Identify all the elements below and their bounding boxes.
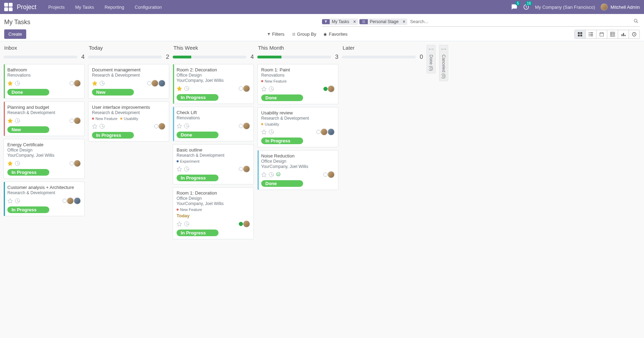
column-title[interactable]: Inbox — [3, 45, 85, 51]
view-activity[interactable] — [629, 30, 639, 38]
activity-icon[interactable] — [184, 124, 189, 128]
assignee-avatar-icon[interactable] — [243, 220, 250, 227]
search-bar[interactable]: My Tasks×Personal Stage× — [322, 17, 640, 27]
activity-icon[interactable] — [269, 86, 274, 91]
kanban-state-icon[interactable] — [316, 130, 321, 134]
activity-icon[interactable] — [15, 198, 20, 203]
column-title[interactable]: This Month — [257, 45, 338, 51]
stage-pill[interactable]: In Progress — [92, 132, 134, 139]
smile-icon[interactable] — [276, 172, 281, 178]
view-calendar[interactable] — [596, 30, 607, 38]
priority-star[interactable] — [92, 124, 98, 129]
activity-icon[interactable] — [15, 118, 20, 123]
assignee-avatar-icon[interactable] — [74, 117, 81, 124]
stage-pill[interactable]: Done — [7, 89, 49, 96]
kanban-state-icon[interactable] — [239, 86, 243, 91]
view-graph[interactable] — [618, 30, 629, 38]
priority-star[interactable] — [7, 198, 13, 204]
kanban-state-icon[interactable] — [239, 222, 243, 226]
activity-icon[interactable] — [100, 81, 105, 86]
stage-pill[interactable]: In Progress — [177, 230, 219, 236]
priority-star[interactable] — [261, 129, 267, 135]
messaging-icon[interactable]: 5 — [511, 4, 517, 10]
kanban-state-icon[interactable] — [323, 87, 328, 91]
folded-column[interactable]: ⟷Done (0) — [427, 45, 436, 73]
task-card[interactable]: Room 1: DecorationOffice DesignYourCompa… — [173, 187, 254, 239]
activity-icon[interactable] — [184, 86, 189, 91]
folded-column[interactable]: ⟷Canceled (0) — [439, 45, 448, 81]
assignee-avatar-icon[interactable] — [321, 128, 328, 135]
view-list[interactable] — [586, 30, 596, 38]
assignee-avatar-icon[interactable] — [243, 166, 250, 172]
nav-item[interactable]: Projects — [43, 2, 70, 13]
view-pivot[interactable] — [607, 30, 618, 38]
nav-item[interactable]: Configuration — [130, 2, 166, 13]
activity-icon[interactable] — [269, 129, 274, 134]
kanban-state-icon[interactable] — [154, 124, 158, 128]
priority-star[interactable] — [7, 80, 13, 86]
activity-icon[interactable] — [100, 124, 105, 129]
kanban-state-icon[interactable] — [70, 161, 74, 166]
activity-icon[interactable]: 16 — [523, 4, 529, 10]
task-card[interactable]: Customer analysis + ArchitectureResearch… — [3, 182, 85, 216]
priority-star[interactable] — [7, 161, 13, 166]
task-card[interactable]: Usability reviewResearch & DevelopmentUs… — [257, 107, 338, 147]
user-menu[interactable]: Mitchell Admin — [601, 3, 640, 10]
priority-star[interactable] — [92, 80, 98, 86]
task-card[interactable]: Room 2: DecorationOffice DesignYourCompa… — [173, 64, 254, 104]
column-title[interactable]: Today — [88, 45, 169, 51]
task-card[interactable]: Room 1: PaintRenovationsNew FeatureDone — [257, 64, 338, 104]
task-card[interactable]: BathroomRenovationsDone — [3, 64, 85, 99]
activity-icon[interactable] — [15, 81, 20, 86]
priority-star[interactable] — [261, 172, 267, 177]
app-title[interactable]: Project — [17, 3, 36, 11]
favorites-toggle[interactable]: Favorites — [323, 31, 347, 37]
nav-item[interactable]: My Tasks — [70, 2, 99, 13]
activity-icon[interactable] — [15, 161, 20, 166]
stage-pill[interactable]: In Progress — [7, 169, 49, 176]
kanban-state-icon[interactable] — [323, 172, 328, 177]
assignee-avatar-icon[interactable] — [158, 123, 165, 130]
groupby-toggle[interactable]: Group By — [292, 31, 316, 37]
apps-icon[interactable] — [4, 3, 13, 11]
facet-remove[interactable]: × — [401, 19, 407, 25]
task-card[interactable]: Check LiftRenovationsDone — [173, 107, 254, 141]
assignee-avatar-icon[interactable] — [328, 128, 335, 135]
assignee-avatar-icon[interactable] — [74, 197, 81, 204]
task-card[interactable]: Planning and budgetResearch & Developmen… — [3, 101, 85, 136]
priority-star[interactable] — [177, 221, 182, 227]
priority-star[interactable] — [261, 86, 267, 92]
stage-pill[interactable]: In Progress — [177, 175, 219, 181]
stage-pill[interactable]: Done — [177, 132, 219, 138]
assignee-avatar-icon[interactable] — [328, 171, 335, 178]
stage-pill[interactable]: In Progress — [177, 94, 219, 101]
nav-item[interactable]: Reporting — [100, 2, 129, 13]
kanban-state-icon[interactable] — [239, 167, 243, 171]
search-icon[interactable] — [632, 19, 640, 24]
filters-toggle[interactable]: Filters — [267, 31, 284, 37]
stage-pill[interactable]: Done — [261, 180, 303, 187]
column-title[interactable]: Later — [342, 45, 423, 51]
create-button[interactable]: Create — [4, 29, 26, 39]
activity-icon[interactable] — [184, 221, 189, 226]
kanban-state-icon[interactable] — [239, 124, 243, 128]
activity-icon[interactable] — [269, 172, 274, 177]
priority-star[interactable] — [177, 166, 182, 172]
assignee-avatar-icon[interactable] — [74, 160, 81, 167]
priority-star[interactable] — [177, 86, 182, 91]
assignee-avatar-icon[interactable] — [74, 80, 81, 87]
assignee-avatar-icon[interactable] — [67, 197, 74, 204]
stage-pill[interactable]: New — [7, 126, 49, 133]
assignee-avatar-icon[interactable] — [243, 85, 250, 92]
task-card[interactable]: Document managementResearch & Developmen… — [88, 64, 169, 99]
stage-pill[interactable]: In Progress — [7, 206, 49, 213]
assignee-avatar-icon[interactable] — [158, 80, 165, 87]
task-card[interactable]: Basic outlineResearch & DevelopmentExper… — [173, 144, 254, 184]
stage-pill[interactable]: New — [92, 89, 134, 96]
column-title[interactable]: This Week — [173, 45, 254, 51]
kanban-state-icon[interactable] — [63, 199, 67, 203]
task-card[interactable]: Energy CertificateOffice DesignYourCompa… — [3, 139, 85, 179]
activity-icon[interactable] — [184, 167, 189, 171]
search-input[interactable] — [409, 17, 632, 26]
facet-remove[interactable]: × — [351, 19, 358, 25]
